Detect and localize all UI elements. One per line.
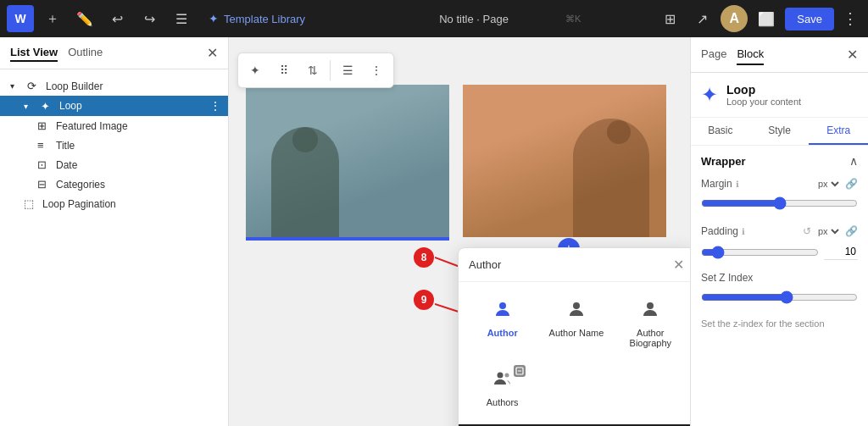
- panel-tabs: List View Outline: [10, 44, 103, 62]
- right-panel: Page Block ✕ ✦ Loop Loop your content Ba…: [690, 37, 868, 426]
- canvas-area: ✦ ⠿ ⇅ ☰ ⋮: [229, 37, 690, 426]
- padding-link-icon: 🔗: [845, 225, 858, 237]
- template-library-button[interactable]: ✦ Template Library: [200, 8, 314, 29]
- block-name: Loop: [726, 83, 801, 97]
- z-index-slider[interactable]: [701, 290, 858, 304]
- z-index-row: Set Z Index: [691, 267, 868, 289]
- right-panel-close-button[interactable]: ✕: [847, 47, 858, 63]
- svg-point-5: [497, 373, 503, 379]
- loop-pagination-icon: ⬚: [24, 197, 37, 210]
- authors-badge: [514, 365, 526, 377]
- keyboard-shortcut: ⌘K: [565, 14, 581, 25]
- loop-icon: ✦: [41, 100, 54, 113]
- popup-items-grid: Author Author Name Author Biography: [459, 282, 690, 424]
- padding-slider-container: [691, 242, 868, 267]
- add-button[interactable]: ＋: [39, 5, 66, 32]
- margin-info-icon: ℹ: [736, 180, 739, 189]
- clear-search-button[interactable]: ✕: [673, 257, 684, 273]
- undo-button[interactable]: ↩: [103, 5, 131, 32]
- popup-item-author-biography[interactable]: Author Biography: [617, 292, 684, 355]
- wrapper-toggle-button[interactable]: ∧: [849, 154, 858, 168]
- tab-page[interactable]: Page: [701, 44, 726, 65]
- post-blue-bar-1: [246, 237, 449, 241]
- margin-link-icon: 🔗: [845, 178, 858, 190]
- more-options-button[interactable]: ⋮: [839, 6, 861, 31]
- popup-item-author[interactable]: Author: [469, 292, 536, 355]
- margin-controls: px 🔗: [815, 178, 858, 190]
- tree: ▾ ⟳ Loop Builder ▾ ✦ Loop ⋮ ⊞ Featured I…: [0, 69, 228, 426]
- list-view-button[interactable]: ☰: [168, 5, 195, 32]
- save-button[interactable]: Save: [785, 8, 834, 30]
- z-index-slider-container: [691, 289, 868, 314]
- block-info: ✦ Loop Loop your content: [691, 73, 868, 118]
- toolbar-loop-btn[interactable]: ✦: [242, 57, 269, 84]
- post-image-2: [463, 85, 666, 237]
- toolbar-divider: [330, 60, 331, 80]
- author-name-icon: [566, 299, 587, 324]
- left-panel: List View Outline ✕ ▾ ⟳ Loop Builder ▾ ✦…: [0, 37, 229, 426]
- toolbar-grid-btn[interactable]: ⠿: [270, 57, 298, 84]
- toolbar-arrows-btn[interactable]: ⇅: [299, 57, 326, 84]
- padding-slider[interactable]: [701, 246, 819, 259]
- top-bar: W ＋ ✏️ ↩ ↪ ☰ ✦ Template Library ⌘K ⊞ ↗ A…: [0, 0, 868, 37]
- wrapper-label: Wrapper: [701, 155, 746, 168]
- avatar-button[interactable]: A: [721, 5, 748, 32]
- loop-builder-icon: ⟳: [27, 80, 41, 92]
- authors-icon: [492, 368, 513, 394]
- tree-item-loop-pagination[interactable]: ⬚ Loop Pagination: [0, 194, 228, 213]
- sub-tab-extra[interactable]: Extra: [809, 118, 868, 145]
- post-card-1: [246, 85, 449, 241]
- tree-item-featured-image[interactable]: ⊞ Featured Image: [0, 116, 228, 136]
- padding-value-input[interactable]: [824, 244, 858, 260]
- tree-item-loop[interactable]: ▾ ✦ Loop ⋮: [0, 96, 228, 116]
- page-title-input[interactable]: [389, 13, 559, 25]
- tab-outline[interactable]: Outline: [68, 44, 103, 62]
- tree-item-title[interactable]: ≡ Title: [0, 136, 228, 155]
- padding-label: Padding ℹ: [701, 225, 745, 237]
- template-library-label: Template Library: [224, 13, 305, 25]
- main-layout: List View Outline ✕ ▾ ⟳ Loop Builder ▾ ✦…: [0, 37, 868, 426]
- popup-item-author-name[interactable]: Author Name: [542, 292, 609, 355]
- tree-item-categories[interactable]: ⊟ Categories: [0, 174, 228, 194]
- margin-label: Margin ℹ: [701, 178, 739, 190]
- svg-point-2: [499, 302, 506, 309]
- sub-tab-basic[interactable]: Basic: [691, 118, 750, 145]
- toolbar-more-btn[interactable]: ⋮: [363, 57, 390, 84]
- featured-image-icon: ⊞: [37, 119, 51, 132]
- title-icon: ≡: [37, 139, 51, 152]
- loop-options-icon[interactable]: ⋮: [209, 99, 221, 113]
- padding-unit-select[interactable]: px: [815, 225, 842, 237]
- redo-button[interactable]: ↪: [136, 5, 163, 32]
- toolbar-align-btn[interactable]: ☰: [334, 57, 361, 84]
- margin-unit-select[interactable]: px: [815, 178, 842, 190]
- edit-icon-button[interactable]: ✏️: [71, 5, 98, 32]
- popup-item-authors[interactable]: Authors: [469, 362, 536, 414]
- search-input[interactable]: [469, 258, 668, 271]
- tree-item-date[interactable]: ⊡ Date: [0, 155, 228, 174]
- external-link-button[interactable]: ↗: [688, 5, 715, 32]
- post-image-1: [246, 85, 449, 237]
- block-desc: Loop your content: [726, 97, 801, 107]
- svg-point-6: [504, 373, 509, 378]
- preview-button[interactable]: ⬜: [753, 5, 780, 32]
- categories-label: Categories: [56, 179, 105, 191]
- author-name-label: Author Name: [549, 328, 604, 338]
- tab-list-view[interactable]: List View: [10, 44, 58, 62]
- top-bar-center: ⌘K: [389, 13, 581, 25]
- padding-info-icon: ℹ: [742, 227, 745, 236]
- tab-block[interactable]: Block: [737, 44, 764, 65]
- popup-search-row: ✕: [459, 248, 690, 282]
- right-panel-tabs: Page Block: [701, 44, 764, 65]
- panel-close-button[interactable]: ✕: [207, 45, 218, 61]
- featured-image-label: Featured Image: [56, 120, 128, 132]
- padding-reset-button[interactable]: ↺: [803, 225, 811, 237]
- wp-logo[interactable]: W: [7, 5, 34, 32]
- margin-slider-container: [691, 195, 868, 220]
- categories-icon: ⊟: [37, 178, 51, 191]
- tree-item-loop-builder[interactable]: ▾ ⟳ Loop Builder: [0, 76, 228, 96]
- svg-point-4: [647, 302, 654, 309]
- sub-tab-style[interactable]: Style: [750, 118, 810, 145]
- view-icon-button[interactable]: ⊞: [656, 5, 683, 32]
- post-cards-container: [246, 85, 666, 241]
- margin-slider[interactable]: [701, 196, 858, 210]
